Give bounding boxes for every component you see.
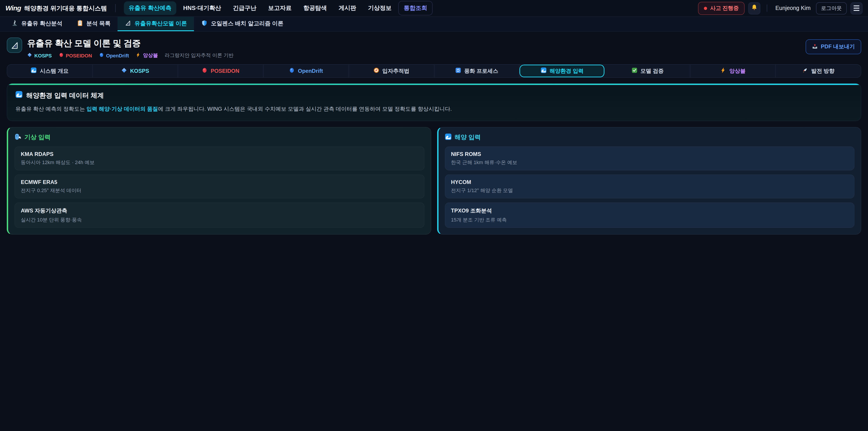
subtab-diffusion-model-theory[interactable]: 유출유확산모델 이론 <box>118 17 194 31</box>
description-text: 유출유 확산 예측의 정확도는 <box>16 106 87 112</box>
item-description: 전지구 0.25° 재분석 데이터 <box>21 187 418 194</box>
microscope-icon <box>12 20 18 27</box>
bell-icon <box>751 4 758 12</box>
list-item-tpxo9[interactable]: TPXO9 조화분석 15개 분조 기반 조류 예측 <box>445 202 855 227</box>
compass-icon <box>373 67 379 74</box>
list-item-ecmwf-era5[interactable]: ECMWF ERA5 전지구 0.25° 재분석 데이터 <box>14 174 424 198</box>
subtab-analysis-list[interactable]: 분석 목록 <box>70 17 118 31</box>
app-title: 해양환경 위기대응 통합시스템 <box>24 4 107 12</box>
item-name: ECMWF ERA5 <box>21 179 418 185</box>
user-name: Eunjeong Kim <box>775 5 811 11</box>
nav-item-emergency-rescue[interactable]: 긴급구난 <box>228 1 261 15</box>
list-item-kma-rdaps[interactable]: KMA RDAPS 동아시아 12km 해상도 · 24h 예보 <box>14 146 424 170</box>
subtab-oil-fence-algorithm-theory[interactable]: 오일펜스 배치 알고리즘 이론 <box>194 17 291 31</box>
pill-label: POSEIDON <box>211 68 239 74</box>
weather-input-card: 기상 입력 KMA RDAPS 동아시아 12km 해상도 · 24h 예보 E… <box>7 127 431 235</box>
triangle-ruler-icon <box>125 20 131 27</box>
red-dot-icon <box>704 6 707 10</box>
badge-opendrift: OpenDrift <box>99 53 129 58</box>
item-description: 실시간 10분 단위 풍향·풍속 <box>21 216 418 223</box>
nav-item-aerial-search[interactable]: 항공탐색 <box>298 1 332 15</box>
cycle-icon <box>455 67 461 74</box>
model-badge-row: KOSPS POSEIDON OpenDrift 앙상블 라그랑지안 입자추적 … <box>27 52 234 59</box>
ocean-card-title: 해양 입력 <box>445 133 855 141</box>
logout-button[interactable]: 로그아웃 <box>816 2 847 14</box>
pill-tab-poseidon[interactable]: POSEIDON <box>178 65 264 77</box>
wave-icon <box>16 91 23 100</box>
page-title: 유출유 확산 모델 이론 및 검증 <box>27 37 234 49</box>
badge-label: OpenDrift <box>106 53 129 58</box>
pill-tab-model-validation[interactable]: 모델 검증 <box>605 65 690 77</box>
section-tab-bar: 시스템 개요 KOSPS POSEIDON OpenDrift 입자추적법 풍화… <box>7 64 861 78</box>
pill-tab-marine-env-input[interactable]: 해양환경 입력 <box>520 65 605 77</box>
list-item-aws-observation[interactable]: AWS 자동기상관측 실시간 10분 단위 풍향·풍속 <box>14 202 424 227</box>
nav-item-weather-info[interactable]: 기상정보 <box>363 1 397 15</box>
incident-status-badge[interactable]: 사고 진행중 <box>698 2 745 15</box>
sub-navigation-tabs: 유출유 확산분석 분석 목록 유출유확산모델 이론 오일펜스 배치 알고리즘 이… <box>0 17 868 32</box>
pill-tab-opendrift[interactable]: OpenDrift <box>264 65 349 77</box>
lightning-icon <box>720 67 726 74</box>
nav-item-oil-spill-prediction[interactable]: 유출유 확산예측 <box>124 1 176 15</box>
notifications-button[interactable] <box>748 2 761 14</box>
pill-tab-particle-tracking[interactable]: 입자추적법 <box>349 65 434 77</box>
incident-status-label: 사고 진행중 <box>710 4 739 12</box>
menu-button[interactable] <box>850 2 863 14</box>
item-description: 15개 분조 기반 조류 예측 <box>451 216 848 223</box>
pill-label: OpenDrift <box>298 68 323 74</box>
red-circle-icon <box>59 53 64 58</box>
wing-logo-text: Wing <box>5 4 21 11</box>
check-icon <box>631 67 637 74</box>
list-item-hycom[interactable]: HYCOM 전지구 1/12° 해양 순환 모델 <box>445 174 855 198</box>
lightning-icon <box>136 53 141 58</box>
app-root: Wing 해양환경 위기대응 통합시스템 유출유 확산예측 HNS·대기확산 긴… <box>0 0 868 431</box>
rocket-icon <box>802 67 808 74</box>
nav-item-board[interactable]: 게시판 <box>334 1 361 15</box>
pill-label: 모델 검증 <box>640 67 664 75</box>
nav-item-hns-air-diffusion[interactable]: HNS·대기확산 <box>178 1 226 15</box>
export-tray-icon <box>812 43 817 51</box>
diamond-icon <box>27 53 32 58</box>
description-highlight: 입력 해양·기상 데이터의 품질 <box>87 106 158 112</box>
section-title: 해양환경 입력 데이터 체계 <box>26 91 104 100</box>
section-description: 유출유 확산 예측의 정확도는 입력 해양·기상 데이터의 품질에 크게 좌우됩… <box>16 105 852 113</box>
pill-label: 해양환경 입력 <box>550 67 584 75</box>
hamburger-icon <box>854 5 860 11</box>
top-navigation-bar: Wing 해양환경 위기대응 통합시스템 유출유 확산예측 HNS·대기확산 긴… <box>0 0 868 17</box>
pill-label: 앙상블 <box>729 67 745 75</box>
pdf-export-button[interactable]: PDF 내보내기 <box>805 39 861 54</box>
subtab-oil-spill-analysis[interactable]: 유출유 확산분석 <box>4 17 70 31</box>
item-name: AWS 자동기상관측 <box>21 207 418 214</box>
pill-tab-kosps[interactable]: KOSPS <box>93 65 178 77</box>
pill-label: 풍화 프로세스 <box>464 67 498 75</box>
item-description: 전지구 1/12° 해양 순환 모델 <box>451 187 848 194</box>
nav-item-reports[interactable]: 보고자료 <box>263 1 297 15</box>
item-name: HYCOM <box>451 179 848 185</box>
pill-tab-system-overview[interactable]: 시스템 개요 <box>7 65 93 77</box>
marine-env-data-section: 해양환경 입력 데이터 체계 유출유 확산 예측의 정확도는 입력 해양·기상 … <box>7 83 861 121</box>
pill-tab-ensemble[interactable]: 앙상블 <box>690 65 776 77</box>
triangle-ruler-icon <box>7 37 22 53</box>
pill-tab-weathering-process[interactable]: 풍화 프로세스 <box>434 65 520 77</box>
pill-tab-development-direction[interactable]: 발전 방향 <box>776 65 861 77</box>
subtab-label: 오일펜스 배치 알고리즘 이론 <box>211 20 283 27</box>
pill-label: 발전 방향 <box>811 67 835 75</box>
blue-circle-icon <box>289 67 295 74</box>
subtab-label: 유출유확산모델 이론 <box>134 20 187 27</box>
list-item-nifs-roms[interactable]: NIFS ROMS 한국 근해 1km 해류·수온 예보 <box>445 146 855 170</box>
item-name: KMA RDAPS <box>21 151 418 157</box>
badge-kosps: KOSPS <box>27 53 52 58</box>
subtab-label: 유출유 확산분석 <box>21 20 62 27</box>
nav-item-integrated-search[interactable]: 통합조회 <box>398 1 433 16</box>
card-title-label: 해양 입력 <box>455 133 481 141</box>
shield-icon <box>202 20 208 27</box>
app-logo[interactable]: Wing 해양환경 위기대응 통합시스템 <box>5 4 107 12</box>
wave-icon <box>31 67 37 74</box>
input-cards-row: 기상 입력 KMA RDAPS 동아시아 12km 해상도 · 24h 예보 E… <box>7 127 861 235</box>
title-block: 유출유 확산 모델 이론 및 검증 KOSPS POSEIDON OpenDri… <box>27 37 234 59</box>
page-header: 유출유 확산 모델 이론 및 검증 KOSPS POSEIDON OpenDri… <box>0 32 868 63</box>
pill-label: 입자추적법 <box>382 67 409 75</box>
pdf-export-label: PDF 내보내기 <box>821 43 855 51</box>
item-description: 동아시아 12km 해상도 · 24h 예보 <box>21 159 418 166</box>
ocean-input-card: 해양 입력 NIFS ROMS 한국 근해 1km 해류·수온 예보 HYCOM… <box>437 127 861 235</box>
weather-card-title: 기상 입력 <box>14 133 424 141</box>
